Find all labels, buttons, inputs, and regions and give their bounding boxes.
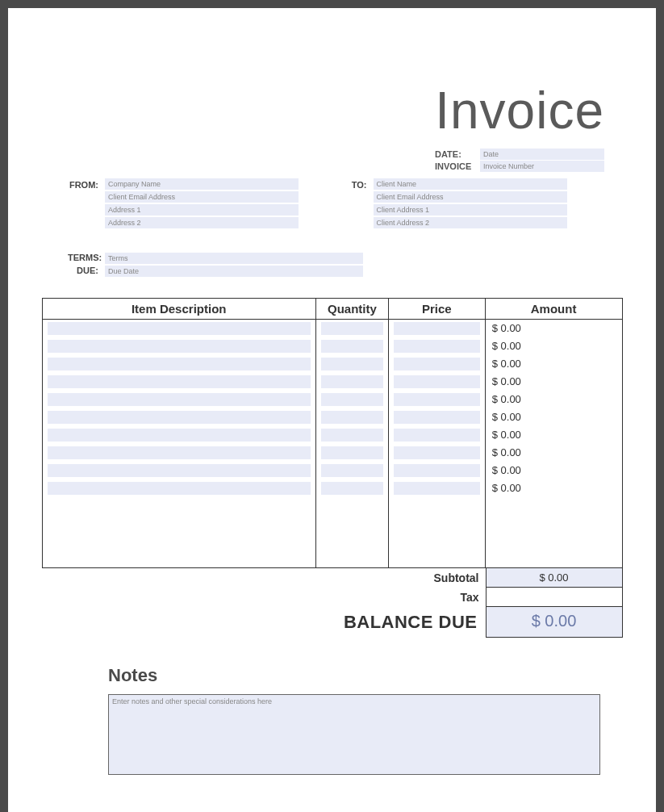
item-cell[interactable] xyxy=(42,408,315,426)
terms-block: TERMS: DUE: Terms Due Date xyxy=(68,253,637,278)
amount-cell: $ 0.00 xyxy=(485,373,622,391)
items-table: Item Description Quantity Price Amount $… xyxy=(42,298,623,568)
item-cell[interactable] xyxy=(315,320,388,337)
page-title: Invoice xyxy=(27,81,604,140)
table-row: $ 0.00 xyxy=(42,355,622,373)
table-row: $ 0.00 xyxy=(42,479,622,497)
table-blank-row xyxy=(42,497,622,515)
amount-cell: $ 0.00 xyxy=(485,444,622,462)
tax-label: Tax xyxy=(389,588,486,607)
item-cell[interactable] xyxy=(388,479,485,497)
item-cell[interactable] xyxy=(388,426,485,444)
subtotal-label: Subtotal xyxy=(389,568,486,588)
table-row: $ 0.00 xyxy=(42,320,622,337)
item-cell[interactable] xyxy=(42,426,315,444)
table-row: $ 0.00 xyxy=(42,391,622,408)
notes-section: Notes Enter notes and other special cons… xyxy=(108,665,596,775)
item-cell[interactable] xyxy=(388,462,485,479)
due-label: DUE: xyxy=(68,266,98,278)
from-company-input[interactable]: Company Name xyxy=(105,178,299,190)
to-name-input[interactable]: Client Name xyxy=(374,178,567,190)
item-cell[interactable] xyxy=(388,373,485,391)
table-blank-row xyxy=(42,515,622,533)
item-cell[interactable] xyxy=(315,444,388,462)
amount-cell: $ 0.00 xyxy=(485,408,622,426)
to-address2-input[interactable]: Client Address 2 xyxy=(374,217,567,228)
table-blank-row xyxy=(42,533,622,550)
notes-input[interactable]: Enter notes and other special considerat… xyxy=(108,694,600,775)
item-cell[interactable] xyxy=(388,337,485,355)
terms-input[interactable]: Terms xyxy=(105,253,363,264)
amount-cell: $ 0.00 xyxy=(485,355,622,373)
table-row: $ 0.00 xyxy=(42,373,622,391)
tax-value[interactable] xyxy=(486,588,623,607)
item-cell[interactable] xyxy=(42,320,315,337)
item-cell[interactable] xyxy=(315,408,388,426)
from-email-input[interactable]: Client Email Address xyxy=(105,191,299,203)
date-input[interactable]: Date xyxy=(480,149,604,160)
due-date-input[interactable]: Due Date xyxy=(105,266,363,277)
table-row: $ 0.00 xyxy=(42,444,622,462)
table-row: $ 0.00 xyxy=(42,462,622,479)
amount-cell: $ 0.00 xyxy=(485,426,622,444)
item-cell[interactable] xyxy=(388,391,485,408)
col-amount: Amount xyxy=(485,299,622,320)
amount-cell: $ 0.00 xyxy=(485,391,622,408)
item-cell[interactable] xyxy=(388,444,485,462)
col-description: Item Description xyxy=(42,299,315,320)
subtotal-value: $ 0.00 xyxy=(486,568,623,588)
table-row: $ 0.00 xyxy=(42,337,622,355)
item-cell[interactable] xyxy=(315,337,388,355)
item-cell[interactable] xyxy=(42,337,315,355)
col-quantity: Quantity xyxy=(315,299,388,320)
invoice-number-input[interactable]: Invoice Number xyxy=(480,161,604,172)
item-cell[interactable] xyxy=(42,391,315,408)
totals-block: Subtotal $ 0.00 Tax BALANCE DUE $ 0.00 xyxy=(42,568,623,638)
col-price: Price xyxy=(388,299,485,320)
item-cell[interactable] xyxy=(42,355,315,373)
to-label: TO: xyxy=(336,178,374,228)
date-label: DATE: xyxy=(435,149,480,159)
item-cell[interactable] xyxy=(388,355,485,373)
to-address1-input[interactable]: Client Address 1 xyxy=(374,204,567,216)
to-email-input[interactable]: Client Email Address xyxy=(374,191,567,203)
terms-label: TERMS: xyxy=(68,253,98,266)
item-cell[interactable] xyxy=(42,479,315,497)
invoice-page: Invoice DATE: Date INVOICE Invoice Numbe… xyxy=(8,8,656,812)
table-row: $ 0.00 xyxy=(42,408,622,426)
amount-cell: $ 0.00 xyxy=(485,479,622,497)
balance-due-value: $ 0.00 xyxy=(486,607,623,638)
item-cell[interactable] xyxy=(42,373,315,391)
item-cell[interactable] xyxy=(315,373,388,391)
table-blank-row xyxy=(42,550,622,568)
invoice-number-label: INVOICE xyxy=(435,161,480,171)
table-row: $ 0.00 xyxy=(42,426,622,444)
from-address2-input[interactable]: Address 2 xyxy=(105,217,299,228)
item-cell[interactable] xyxy=(388,408,485,426)
from-label: FROM: xyxy=(68,178,105,228)
amount-cell: $ 0.00 xyxy=(485,320,622,337)
item-cell[interactable] xyxy=(315,479,388,497)
notes-heading: Notes xyxy=(108,665,596,686)
from-to-block: FROM: Company Name Client Email Address … xyxy=(68,178,604,228)
meta-block: DATE: Date INVOICE Invoice Number xyxy=(27,149,604,172)
amount-cell: $ 0.00 xyxy=(485,462,622,479)
item-cell[interactable] xyxy=(42,462,315,479)
item-cell[interactable] xyxy=(315,391,388,408)
amount-cell: $ 0.00 xyxy=(485,337,622,355)
item-cell[interactable] xyxy=(388,320,485,337)
from-address1-input[interactable]: Address 1 xyxy=(105,204,299,216)
item-cell[interactable] xyxy=(315,355,388,373)
item-cell[interactable] xyxy=(315,462,388,479)
item-cell[interactable] xyxy=(42,444,315,462)
item-cell[interactable] xyxy=(315,426,388,444)
balance-due-label: BALANCE DUE xyxy=(344,607,486,638)
